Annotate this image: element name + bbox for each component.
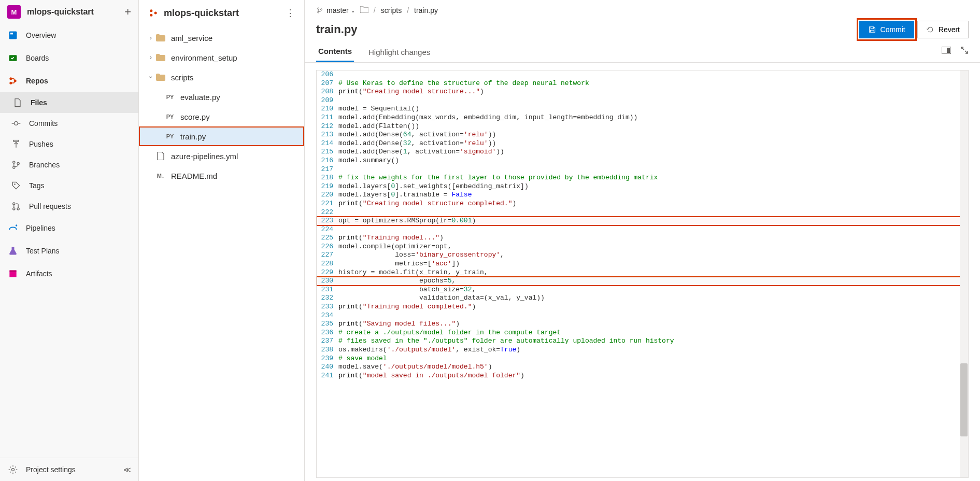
code-text[interactable] (338, 312, 968, 320)
code-text[interactable]: # fix the weights for the first layer to… (338, 174, 968, 182)
code-text[interactable]: os.makedirs('./outputs/model', exist_ok=… (338, 346, 968, 355)
code-text[interactable]: metrics=['acc']) (338, 260, 968, 268)
tab-highlight[interactable]: Highlight changes (366, 45, 432, 62)
code-text[interactable] (338, 225, 968, 234)
code-text[interactable]: print("Training model...") (338, 234, 968, 243)
code-text[interactable]: opt = optimizers.RMSprop(lr=0.001) (338, 217, 968, 225)
code-text[interactable]: model.layers[0].trainable = False (338, 191, 968, 200)
code-text[interactable]: print("Training model completed.") (338, 303, 968, 312)
code-text[interactable]: loss='binary_crossentropy', (338, 251, 968, 260)
code-line[interactable]: 209 (317, 96, 968, 105)
code-line[interactable]: 212model.add(Flatten()) (317, 122, 968, 131)
branch-selector[interactable]: master ⌄ (316, 6, 355, 15)
tree-file-score[interactable]: PY score.py (139, 107, 304, 126)
code-line[interactable]: 210model = Sequential() (317, 105, 968, 114)
crumb-scripts[interactable]: scripts (381, 6, 402, 15)
code-text[interactable]: model.compile(optimizer=opt, (338, 243, 968, 251)
code-text[interactable]: # create a ./outputs/model folder in the… (338, 329, 968, 337)
nav-tags[interactable]: Tags (0, 175, 138, 196)
folder-icon[interactable] (360, 6, 368, 15)
nav-boards[interactable]: Boards (0, 47, 138, 69)
tree-file-pipelines[interactable]: azure-pipelines.yml (139, 146, 304, 166)
code-line[interactable]: 236# create a ./outputs/model folder in … (317, 329, 968, 337)
code-text[interactable]: history = model.fit(x_train, y_train, (338, 268, 968, 277)
code-line[interactable]: 206 (317, 70, 968, 79)
code-line[interactable]: 232 validation_data=(x_val, y_val)) (317, 294, 968, 303)
code-text[interactable]: print("Creating model structure complete… (338, 200, 968, 208)
code-line[interactable]: 227 loss='binary_crossentropy', (317, 251, 968, 260)
code-text[interactable]: epochs=5, (338, 277, 968, 286)
code-text[interactable]: validation_data=(x_val, y_val)) (338, 294, 968, 303)
code-line[interactable]: 228 metrics=['acc']) (317, 260, 968, 268)
code-line[interactable]: 225print("Training model...") (317, 234, 968, 243)
code-line[interactable]: 214model.add(Dense(32, activation='relu'… (317, 139, 968, 148)
code-line[interactable]: 233print("Training model completed.") (317, 303, 968, 312)
code-text[interactable] (338, 70, 968, 79)
tree-file-train[interactable]: PY train.py (139, 126, 304, 146)
nav-pushes[interactable]: Pushes (0, 134, 138, 154)
code-line[interactable]: 215model.add(Dense(1, activation='sigmoi… (317, 148, 968, 157)
code-line[interactable]: 220model.layers[0].trainable = False (317, 191, 968, 200)
code-line[interactable]: 213model.add(Dense(64, activation='relu'… (317, 131, 968, 139)
code-line[interactable]: 216model.summary() (317, 157, 968, 165)
code-text[interactable]: model.add(Flatten()) (338, 122, 968, 131)
code-editor[interactable]: 206207# Use Keras to define the structur… (316, 70, 969, 478)
code-text[interactable]: batch_size=32, (338, 286, 968, 294)
tree-folder-env[interactable]: › environment_setup (139, 48, 304, 67)
nav-commits[interactable]: Commits (0, 113, 138, 134)
code-text[interactable]: model.save('./outputs/model/model.h5') (338, 363, 968, 372)
code-text[interactable]: model.add(Dense(32, activation='relu')) (338, 139, 968, 148)
code-text[interactable]: model.add(Dense(1, activation='sigmoid')… (338, 148, 968, 157)
tree-folder-scripts[interactable]: › scripts (139, 67, 304, 87)
tree-folder-aml[interactable]: › aml_service (139, 28, 304, 48)
code-line[interactable]: 231 batch_size=32, (317, 286, 968, 294)
code-line[interactable]: 237# files saved in the "./outputs" fold… (317, 337, 968, 346)
code-text[interactable]: model.add(Embedding(max_words, embedding… (338, 114, 968, 122)
collapse-icon[interactable]: ≪ (123, 465, 131, 474)
code-line[interactable]: 222 (317, 208, 968, 217)
more-menu-icon[interactable]: ⋮ (286, 7, 295, 19)
nav-files[interactable]: Files (0, 92, 138, 113)
code-line[interactable]: 238os.makedirs('./outputs/model', exist_… (317, 346, 968, 355)
code-text[interactable]: model.summary() (338, 157, 968, 165)
nav-testplans[interactable]: Test Plans (0, 239, 138, 262)
code-line[interactable]: 218# fix the weights for the first layer… (317, 174, 968, 182)
code-text[interactable] (338, 208, 968, 217)
project-settings[interactable]: Project settings ≪ (0, 458, 138, 481)
code-line[interactable]: 239# save model (317, 355, 968, 363)
nav-pullrequests[interactable]: Pull requests (0, 196, 138, 217)
code-line[interactable]: 234 (317, 312, 968, 320)
code-text[interactable]: # save model (338, 355, 968, 363)
code-line[interactable]: 241print("model saved in ./outputs/model… (317, 372, 968, 380)
code-line[interactable]: 235print("Saving model files...") (317, 320, 968, 329)
code-text[interactable]: print("model saved in ./outputs/model fo… (338, 372, 968, 380)
code-text[interactable]: model.layers[0].set_weights([embedding_m… (338, 182, 968, 191)
preview-toggle-icon[interactable] (942, 47, 951, 55)
revert-button[interactable]: Revert (917, 21, 969, 38)
scroll-thumb[interactable] (960, 363, 968, 436)
code-line[interactable]: 208print("Creating model structure...") (317, 88, 968, 96)
nav-repos[interactable]: Repos (0, 69, 138, 92)
code-line[interactable]: 221print("Creating model structure compl… (317, 200, 968, 208)
code-text[interactable]: print("Saving model files...") (338, 320, 968, 329)
code-line[interactable]: 223opt = optimizers.RMSprop(lr=0.001) (317, 217, 968, 225)
nav-pipelines[interactable]: Pipelines (0, 217, 138, 239)
commit-button[interactable]: Commit (859, 21, 914, 38)
code-line[interactable]: 226model.compile(optimizer=opt, (317, 243, 968, 251)
nav-artifacts[interactable]: Artifacts (0, 262, 138, 285)
fullscreen-icon[interactable] (960, 46, 969, 56)
nav-overview[interactable]: Overview (0, 24, 138, 47)
code-text[interactable]: model.add(Dense(64, activation='relu')) (338, 131, 968, 139)
code-line[interactable]: 229history = model.fit(x_train, y_train, (317, 268, 968, 277)
code-text[interactable] (338, 165, 968, 174)
code-line[interactable]: 211model.add(Embedding(max_words, embedd… (317, 114, 968, 122)
code-text[interactable]: # files saved in the "./outputs" folder … (338, 337, 968, 346)
code-text[interactable]: model = Sequential() (338, 105, 968, 114)
code-line[interactable]: 217 (317, 165, 968, 174)
code-line[interactable]: 230 epochs=5, (317, 277, 968, 286)
repo-name[interactable]: mlops-quickstart (164, 8, 286, 19)
code-line[interactable]: 207# Use Keras to define the structure o… (317, 79, 968, 88)
code-line[interactable]: 240model.save('./outputs/model/model.h5'… (317, 363, 968, 372)
code-line[interactable]: 224 (317, 225, 968, 234)
code-text[interactable]: # Use Keras to define the structure of t… (338, 79, 968, 88)
